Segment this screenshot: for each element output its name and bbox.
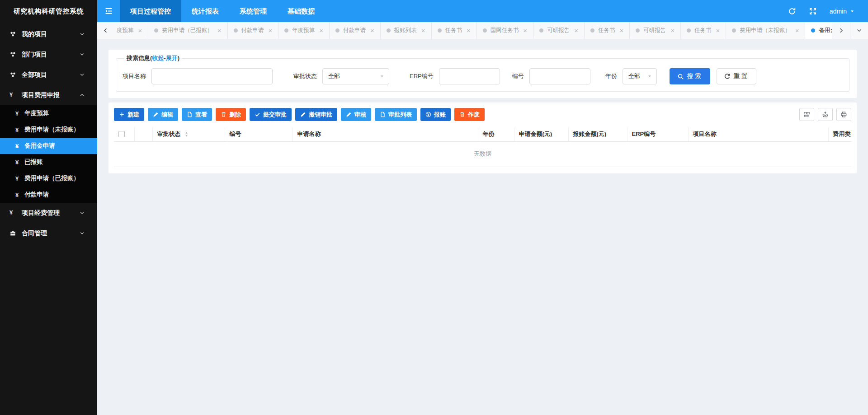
table-header-row: 审批状态编号申请名称年份申请金额(元)报账金额(元)ERP编号项目名称费用类别 xyxy=(114,127,851,141)
tab-status-dot xyxy=(154,28,158,33)
search-legend: 搜索信息(收起-展开) xyxy=(124,54,182,62)
menu-fold-button[interactable] xyxy=(97,0,120,22)
export-button[interactable] xyxy=(818,108,833,121)
sidebar-item-dept-projects[interactable]: 部门项目 xyxy=(0,44,97,65)
tab-close-icon[interactable]: × xyxy=(574,27,578,34)
column-label: 项目名称 xyxy=(693,130,717,138)
workspace-tab-1[interactable]: 费用申请（已报账）× xyxy=(148,22,227,39)
print-button[interactable] xyxy=(836,108,851,121)
projects-icon xyxy=(9,31,16,37)
reset-button[interactable]: 重置 xyxy=(717,68,756,84)
workspace-tab-7[interactable]: 国网任务书× xyxy=(477,22,533,39)
workspace-tab-8[interactable]: 可研报告× xyxy=(533,22,585,39)
tab-close-icon[interactable]: × xyxy=(217,27,222,34)
workspace-tab-9[interactable]: 任务书× xyxy=(585,22,630,39)
tabs-scroll-left-button[interactable] xyxy=(97,22,113,39)
column-header-8: ERP编号 xyxy=(627,127,688,141)
tab-close-icon[interactable]: × xyxy=(269,27,273,34)
nav-right: admin xyxy=(788,7,868,15)
delete-button[interactable]: 删除 xyxy=(216,108,246,121)
year-select[interactable]: 全部 xyxy=(623,68,657,84)
workspace-tab-0[interactable]: 度预算× xyxy=(113,22,148,39)
sidebar-item-all-projects[interactable]: 全部项目 xyxy=(0,65,97,85)
workspace-tab-2[interactable]: 付款申请× xyxy=(228,22,279,39)
tab-close-icon[interactable]: × xyxy=(795,27,799,34)
tab-close-icon[interactable]: × xyxy=(619,27,623,34)
tabs-scroll-right-button[interactable] xyxy=(832,22,850,39)
workspace-tab-3[interactable]: 年度预算× xyxy=(278,22,330,39)
tab-label: 可研报告 xyxy=(643,27,666,34)
yen-icon: ¥ xyxy=(15,111,19,117)
void-button[interactable]: 作废 xyxy=(454,108,485,121)
tab-close-icon[interactable]: × xyxy=(670,27,675,34)
search-panel: 搜索信息(收起-展开) 项目名称审批状态全部ERP编号编号年份全部搜索重置 xyxy=(108,50,857,98)
sidebar-item-payment-apply[interactable]: ¥付款申请 xyxy=(0,187,97,203)
sidebar-item-label: 全部项目 xyxy=(22,71,47,79)
search-button[interactable]: 搜索 xyxy=(670,68,710,84)
sidebar-item-project-funds-mgmt[interactable]: ¥项目经费管理 xyxy=(0,203,97,223)
fullscreen-button[interactable] xyxy=(809,7,817,15)
no-input[interactable] xyxy=(529,68,590,84)
tab-close-icon[interactable]: × xyxy=(421,27,425,34)
void-button-label: 作废 xyxy=(468,111,480,119)
sidebar-item-annual-budget[interactable]: ¥年度预算 xyxy=(0,105,97,121)
nav-tab-project-process[interactable]: 项目过程管控 xyxy=(120,0,181,22)
tab-close-icon[interactable]: × xyxy=(716,27,720,34)
workspace-tab-6[interactable]: 任务书× xyxy=(432,22,477,39)
workspace-tab-5[interactable]: 报账列表× xyxy=(381,22,432,39)
app-title: 研究机构科研管控系统 xyxy=(0,0,97,22)
reset-button-label: 重置 xyxy=(734,72,749,80)
nav-tab-stat-reports[interactable]: 统计报表 xyxy=(181,0,229,22)
project-name-input[interactable] xyxy=(151,68,273,84)
erp-no-input[interactable] xyxy=(439,68,500,84)
new-button[interactable]: 新建 xyxy=(114,108,144,121)
submit-approval-button[interactable]: 提交审批 xyxy=(250,108,292,121)
columns-button[interactable] xyxy=(799,108,814,121)
workspace-tab-10[interactable]: 可研报告× xyxy=(630,22,681,39)
tab-close-icon[interactable]: × xyxy=(138,27,142,34)
column-label: 费用类别 xyxy=(833,130,852,138)
caret-down-icon xyxy=(380,74,384,79)
toolbar-icon-buttons xyxy=(799,108,851,121)
sidebar-item-my-projects[interactable]: 我的项目 xyxy=(0,24,97,44)
sidebar-item-expense-apply-unbilled[interactable]: ¥费用申请（未报账） xyxy=(0,121,97,138)
coin-icon xyxy=(425,112,431,117)
review-button[interactable]: 审核 xyxy=(341,108,371,121)
user-dropdown[interactable]: admin xyxy=(830,8,854,15)
workspace-tab-4[interactable]: 付款申请× xyxy=(330,22,381,39)
approval-status-select[interactable]: 全部 xyxy=(322,68,389,84)
workspace-tab-12[interactable]: 费用申请（未报账）× xyxy=(726,22,805,39)
collapse-link[interactable]: 收起 xyxy=(152,55,164,61)
refresh-button[interactable] xyxy=(788,7,796,15)
expand-link[interactable]: 展开 xyxy=(166,55,178,61)
projects-icon xyxy=(9,71,16,78)
select-all-checkbox[interactable] xyxy=(118,131,125,137)
approval-list-button[interactable]: 审批列表 xyxy=(375,108,417,121)
nav-tab-base-data[interactable]: 基础数据 xyxy=(277,0,325,22)
column-label: 申请名称 xyxy=(297,130,321,138)
column-header-inner: 申请名称 xyxy=(297,130,473,138)
sidebar-item-reserve-fund-apply[interactable]: ¥备用金申请 xyxy=(0,138,97,154)
sidebar-subitem-label: 付款申请 xyxy=(24,191,49,199)
revoke-approval-button[interactable]: 撤销审批 xyxy=(295,108,337,121)
export-icon xyxy=(822,111,829,118)
tab-close-icon[interactable]: × xyxy=(319,27,323,34)
tabs-list-button[interactable] xyxy=(850,22,868,39)
column-header-inner: 编号 xyxy=(230,130,288,138)
nav-tab-system-mgmt[interactable]: 系统管理 xyxy=(229,0,277,22)
column-header-inner: 年份 xyxy=(483,130,509,138)
sort-icon[interactable] xyxy=(184,131,189,137)
tab-close-icon[interactable]: × xyxy=(523,27,527,34)
sidebar-item-contract-mgmt[interactable]: 合同管理 xyxy=(0,223,97,243)
sidebar-item-billed[interactable]: ¥已报账 xyxy=(0,154,97,170)
view-button[interactable]: 查看 xyxy=(182,108,212,121)
workspace-tab-13[interactable]: 备用金 xyxy=(805,22,832,39)
workspace-tab-11[interactable]: 任务书× xyxy=(681,22,726,39)
sidebar-item-project-expense-apply[interactable]: ¥项目费用申报 xyxy=(0,85,97,105)
tab-close-icon[interactable]: × xyxy=(467,27,471,34)
sidebar-item-expense-apply-billed[interactable]: ¥费用申请（已报账） xyxy=(0,170,97,187)
tab-close-icon[interactable]: × xyxy=(370,27,374,34)
reimburse-button[interactable]: 报账 xyxy=(420,108,451,121)
column-header-inner: 审批状态 xyxy=(157,130,220,138)
edit-button[interactable]: 编辑 xyxy=(148,108,178,121)
